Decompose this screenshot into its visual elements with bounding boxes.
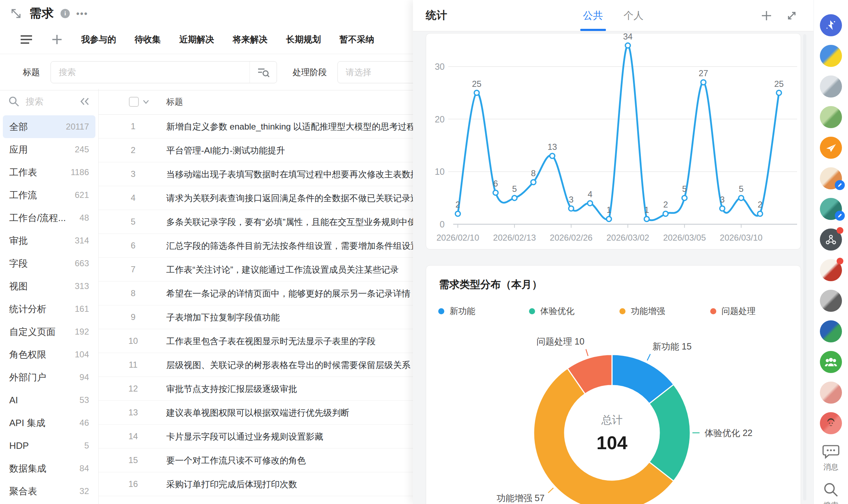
title-search-input[interactable]: 搜索 bbox=[51, 61, 277, 83]
line-chart[interactable]: 01020302026/02/102026/02/132026/02/26202… bbox=[426, 33, 801, 249]
sidebar-item-count: 46 bbox=[79, 418, 89, 428]
view-tab-6[interactable]: 暂不采纳 bbox=[340, 33, 375, 45]
title-search-placeholder: 搜索 bbox=[51, 67, 250, 78]
sidebar-item[interactable]: 外部门户94 bbox=[3, 366, 95, 389]
sidebar-item[interactable]: 视图313 bbox=[3, 275, 95, 298]
sidebar-item-label: HDP bbox=[9, 440, 29, 451]
sidebar-item[interactable]: HDP5 bbox=[3, 434, 95, 457]
add-view-icon[interactable] bbox=[51, 34, 63, 45]
global-search-nav[interactable]: 搜索 bbox=[823, 482, 839, 504]
view-tab-4[interactable]: 将来解决 bbox=[233, 33, 268, 45]
sidebar-item-label: AI bbox=[9, 395, 18, 406]
consultant-avatar[interactable] bbox=[820, 75, 842, 98]
person-teal-avatar[interactable] bbox=[820, 198, 842, 220]
add-chart-icon[interactable] bbox=[761, 10, 772, 21]
sidebar-item-label: 统计分析 bbox=[9, 303, 46, 315]
earth-avatar[interactable] bbox=[820, 320, 842, 342]
sidebar-item-label: 外部门户 bbox=[9, 371, 46, 384]
svg-text:20: 20 bbox=[435, 114, 445, 124]
svg-text:新功能 15: 新功能 15 bbox=[653, 341, 692, 351]
legend-item[interactable]: 新功能 bbox=[438, 305, 529, 317]
sidebar-item[interactable]: 应用245 bbox=[3, 138, 95, 161]
stats-tab-2[interactable]: 个人 bbox=[624, 0, 644, 31]
sidebar-item[interactable]: 聚合表32 bbox=[3, 480, 95, 503]
view-tab-3[interactable]: 近期解决 bbox=[179, 33, 214, 45]
fullscreen-icon[interactable] bbox=[786, 10, 798, 22]
sidebar-item[interactable]: AI53 bbox=[3, 389, 95, 411]
legend-item[interactable]: 功能增强 bbox=[619, 305, 710, 317]
sidebar-item[interactable]: 工作台/流程...48 bbox=[3, 206, 95, 229]
svg-text:总计: 总计 bbox=[601, 414, 623, 426]
chevron-down-icon[interactable] bbox=[142, 99, 150, 104]
pencil-badge bbox=[835, 211, 845, 221]
row-title: 新增自定义参数 enable_thinking 以适配推理型大模型的思考过程 bbox=[166, 121, 415, 132]
sidebar-item[interactable]: 工作流621 bbox=[3, 184, 95, 206]
global-search-label: 搜索 bbox=[823, 500, 838, 504]
sidebar-item[interactable]: 全部20117 bbox=[3, 115, 95, 138]
svg-text:1: 1 bbox=[607, 205, 611, 215]
row-number: 15 bbox=[99, 455, 166, 465]
sidebar-item[interactable]: 字段663 bbox=[3, 252, 95, 275]
cartoon-girl-avatar[interactable] bbox=[820, 382, 842, 404]
community-avatar[interactable] bbox=[820, 167, 842, 189]
svg-text:2026/02/26: 2026/02/26 bbox=[550, 233, 592, 242]
sidebar-item-label: 视图 bbox=[9, 280, 28, 293]
svg-text:2026/02/10: 2026/02/10 bbox=[436, 233, 479, 242]
messages-nav[interactable]: 消息 bbox=[822, 444, 839, 472]
sidebar-search[interactable]: 搜索 bbox=[0, 89, 98, 114]
stats-tab-1[interactable]: 公共 bbox=[583, 0, 603, 31]
row-number: 16 bbox=[99, 479, 166, 489]
svg-text:104: 104 bbox=[597, 432, 628, 453]
legend-item[interactable]: 问题处理 bbox=[710, 305, 801, 317]
sidebar-item[interactable]: 角色权限104 bbox=[3, 343, 95, 366]
svg-text:体验优化 22: 体验优化 22 bbox=[705, 428, 753, 438]
info-icon[interactable]: i bbox=[61, 9, 70, 18]
svg-text:2026/03/10: 2026/03/10 bbox=[720, 233, 763, 242]
sidebar-item[interactable]: 工作表1186 bbox=[3, 161, 95, 184]
collapse-diagonal-icon[interactable] bbox=[9, 7, 23, 20]
hub-icon bbox=[825, 233, 837, 246]
svg-text:5: 5 bbox=[512, 184, 517, 194]
bolt-icon bbox=[825, 19, 837, 31]
row-number: 14 bbox=[99, 431, 166, 441]
row-title: 工作表里包含子表在视图显示时无法显示子表里的字段 bbox=[166, 335, 376, 347]
right-rail: 消息 搜索 bbox=[813, 0, 848, 504]
lego-avatar[interactable] bbox=[820, 45, 842, 67]
hub-avatar[interactable] bbox=[820, 229, 842, 251]
sidebar-item-count: 663 bbox=[75, 258, 89, 268]
messages-label: 消息 bbox=[823, 462, 838, 472]
bw-photo-avatar[interactable] bbox=[820, 290, 842, 312]
more-icon[interactable]: ••• bbox=[76, 12, 88, 15]
sidebar-item-count: 20117 bbox=[66, 122, 89, 132]
sidebar-item-count: 48 bbox=[79, 213, 89, 223]
title-column-header[interactable]: 标题 bbox=[166, 96, 183, 107]
row-number: 1 bbox=[99, 121, 166, 131]
view-list-icon[interactable] bbox=[20, 34, 33, 45]
sidebar-item[interactable]: 统计分析161 bbox=[3, 298, 95, 320]
red-art-avatar[interactable] bbox=[820, 259, 842, 281]
select-all-checkbox[interactable] bbox=[129, 97, 139, 107]
row-title: 平台管理-AI能力-测试功能提升 bbox=[166, 145, 285, 156]
group-avatar[interactable] bbox=[820, 351, 842, 373]
row-title: 希望在一条记录的详情页面中，能够更好的展示另一条记录详情 bbox=[166, 288, 410, 299]
legend-item[interactable]: 体验优化 bbox=[529, 305, 620, 317]
sidebar-item[interactable]: 自定义页面192 bbox=[3, 320, 95, 343]
sidebar-item[interactable]: API 集成46 bbox=[3, 411, 95, 434]
user-avatar[interactable] bbox=[820, 412, 842, 434]
ai-assistant-avatar[interactable] bbox=[820, 14, 842, 36]
view-tab-5[interactable]: 长期规划 bbox=[286, 33, 321, 45]
sidebar-item[interactable]: 审批314 bbox=[3, 229, 95, 252]
stats-scrollbar[interactable] bbox=[803, 34, 806, 500]
view-tab-2[interactable]: 待收集 bbox=[135, 33, 161, 45]
svg-text:2: 2 bbox=[455, 200, 460, 209]
sidebar-item-label: 聚合表 bbox=[9, 485, 37, 498]
advanced-search-icon[interactable] bbox=[250, 62, 277, 83]
row-title: 要一个对工作流只读不可修改的角色 bbox=[166, 455, 306, 466]
donut-chart-card: 需求类型分布（本月） 新功能体验优化功能增强问题处理 新功能 15体验优化 22… bbox=[426, 265, 801, 504]
donut-chart[interactable]: 新功能 15体验优化 22功能增强 57问题处理 10总计104 bbox=[426, 322, 801, 504]
goose-avatar[interactable] bbox=[820, 106, 842, 128]
view-tab-1[interactable]: 我参与的 bbox=[81, 33, 116, 45]
sidebar-item[interactable]: 数据集成84 bbox=[3, 457, 95, 480]
paper-plane-avatar[interactable] bbox=[820, 137, 842, 159]
collapse-sidebar-icon[interactable] bbox=[80, 97, 90, 106]
